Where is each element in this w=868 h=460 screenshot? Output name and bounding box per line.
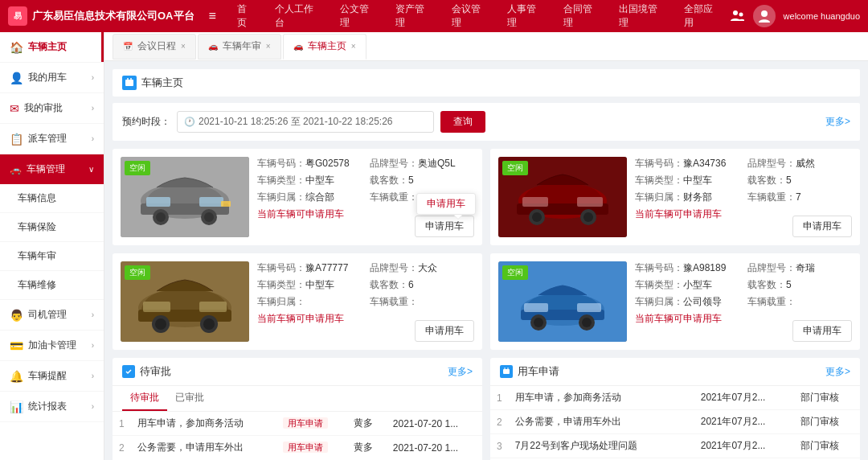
nav-asset[interactable]: 资产管理 (387, 0, 440, 32)
user-avatar[interactable] (753, 5, 776, 27)
apply-button-2[interactable]: 申请用车 (792, 216, 852, 237)
sidebar-label-fuelcard: 加油卡管理 (28, 339, 76, 352)
nav-meeting[interactable]: 会议管理 (444, 0, 497, 32)
tab-close-meeting[interactable]: × (181, 42, 186, 51)
search-value: 2021-10-21 18:25:26 至 2021-10-22 18:25:2… (199, 115, 393, 129)
apply-button-1[interactable]: 申请用车 (415, 216, 474, 237)
people-icon[interactable] (729, 8, 745, 24)
svg-rect-32 (143, 302, 170, 312)
stats-chevron: › (92, 402, 94, 411)
car-plate-3: 车辆号码：豫A77777 (257, 261, 362, 275)
svg-point-0 (733, 10, 738, 15)
row-date: 2021-07-20 1... (387, 412, 482, 436)
fuelcard-chevron: › (92, 341, 94, 350)
apply-table: 1 用车申请，参加商务活动 2021年07月2... 部门审核 2 公务需要，申… (490, 386, 860, 460)
row-title: 公务需要，申请用车外出 (131, 436, 276, 460)
apply-button-3[interactable]: 申请用车 (415, 320, 474, 342)
hamburger-menu[interactable]: ≡ (209, 9, 216, 23)
reminder-chevron: › (92, 372, 94, 380)
sidebar-item-vehicle-annual[interactable]: 车辆年审 (0, 242, 104, 271)
apply-tooltip: 申请用车 (416, 193, 476, 215)
nav-contract[interactable]: 合同管理 (555, 0, 608, 32)
app-logo: 易 广东易臣信息技术有限公司OA平台 (8, 6, 194, 26)
svg-rect-33 (199, 302, 227, 312)
sidebar-item-stats[interactable]: 📊 统计报表 › (0, 392, 104, 422)
tab-pending[interactable]: 待审批 (122, 386, 167, 411)
sidebar-item-fuelcard[interactable]: 💳 加油卡管理 › (0, 331, 104, 361)
row-date: 2021年07月2... (694, 386, 794, 410)
row-no: 1 (113, 412, 131, 436)
logo-icon: 易 (8, 6, 27, 26)
row-title: 用车申请，参加商务活动 (509, 386, 694, 410)
sidebar-label-driver: 司机管理 (28, 308, 67, 322)
apply-more[interactable]: 更多> (825, 365, 850, 379)
dispatch-chevron: › (92, 134, 94, 143)
nav-all-apps[interactable]: 全部应用 (676, 0, 729, 32)
sidebar-label-vehicle-home: 车辆主页 (28, 40, 67, 54)
sidebar-item-myapprove[interactable]: ✉ 我的审批 › (0, 93, 104, 124)
top-nav-right: welcome huangduo (729, 5, 860, 27)
pending-more[interactable]: 更多> (448, 365, 473, 379)
sidebar-item-dispatch[interactable]: 📋 派车管理 › (0, 124, 104, 154)
sidebar-item-vehicle-insurance[interactable]: 车辆保险 (0, 213, 104, 242)
sidebar-item-mycar[interactable]: 👤 我的用车 › (0, 63, 104, 93)
fuelcard-icon: 💳 (10, 339, 23, 352)
page-header-icon (122, 76, 137, 90)
sidebar-item-vehicle-home[interactable]: 🏠 车辆主页 (0, 32, 104, 63)
car-dept-4: 车辆归属：公司领导 (635, 295, 739, 309)
tab-icon-annual: 🚗 (208, 42, 218, 51)
tab-meeting-schedule[interactable]: 📅 会议日程 × (113, 34, 196, 60)
row-type: 用车申请 (276, 436, 347, 460)
tab-icon-meeting: 📅 (123, 42, 133, 51)
car-capacity-2: 载客数：5 (747, 174, 852, 187)
car-card-4: 空闲 车辆号码：豫A98189 车辆类型：小型车 车辆归属：公司领导 当前车辆可… (490, 253, 860, 350)
sidebar-item-vehicle-repair[interactable]: 车辆维修 (0, 271, 104, 300)
car-capacity-4: 载客数：5 (747, 278, 852, 292)
car-weight-4: 车辆载重： (747, 295, 852, 309)
nav-abroad[interactable]: 出国境管理 (611, 0, 673, 32)
nav-hr[interactable]: 人事管理 (499, 0, 552, 32)
app-title: 广东易臣信息技术有限公司OA平台 (32, 9, 194, 23)
tab-close-annual[interactable]: × (266, 42, 271, 51)
tab-vehicle-home[interactable]: 🚗 车辆主页 × (283, 34, 366, 60)
row-date: 2021年07月2... (694, 410, 794, 434)
sidebar-item-driver[interactable]: 👨 司机管理 › (0, 300, 104, 331)
car-capacity-3: 载客数：6 (370, 278, 474, 292)
pending-title: 待审批 (140, 364, 171, 379)
tab-approved[interactable]: 已审批 (167, 386, 212, 411)
nav-workspace[interactable]: 个人工作台 (267, 0, 329, 32)
car-plate-2: 车辆号码：豫A34736 (635, 157, 739, 170)
sidebar-label-stats: 统计报表 (28, 400, 67, 413)
svg-point-1 (739, 13, 743, 17)
search-button[interactable]: 查询 (440, 111, 485, 133)
mycar-chevron: › (92, 73, 94, 82)
table-row: 2 公务需要，申请用车外出 2021年07月2... 部门审核 (490, 410, 860, 434)
vehicle-manage-icon: 🚗 (10, 164, 22, 175)
svg-point-12 (204, 212, 214, 222)
sidebar-label-vehicle-annual: 车辆年审 (18, 249, 56, 263)
row-no: 1 (490, 386, 509, 410)
car-brand-4: 品牌型号：奇瑞 (747, 261, 852, 275)
sidebar-label-dispatch: 派车管理 (28, 132, 67, 146)
row-no: 2 (113, 436, 131, 460)
tab-icon-home: 🚗 (293, 42, 303, 51)
apply-button-4[interactable]: 申请用车 (792, 320, 852, 342)
tab-close-home[interactable]: × (351, 42, 356, 51)
tooltip-arrow-inner (454, 215, 462, 219)
nav-document[interactable]: 公文管理 (332, 0, 385, 32)
pending-tabs: 待审批 已审批 (113, 386, 482, 412)
apply-panel-header: 用车申请 更多> (490, 358, 860, 386)
nav-home[interactable]: 首页 (229, 0, 264, 32)
main-container: 🏠 车辆主页 👤 我的用车 › ✉ 我的审批 › 📋 派车管理 › 🚗 车辆管理… (0, 32, 868, 460)
car-card-3: 空闲 车辆号码：豫A77777 车辆类型：中型车 车辆归属： 当前车辆可申请用车 (113, 253, 482, 350)
tab-vehicle-annual[interactable]: 🚗 车辆年审 × (198, 34, 281, 60)
more-link[interactable]: 更多> (825, 115, 850, 129)
sidebar-item-vehicle-info[interactable]: 车辆信息 (0, 184, 104, 213)
driver-icon: 👨 (10, 309, 23, 322)
car-status-badge-3: 空闲 (125, 265, 150, 280)
car-type-3: 车辆类型：中型车 (257, 278, 362, 292)
car-plate-1: 车辆号码：粤G02578 (257, 157, 362, 170)
sidebar-item-reminder[interactable]: 🔔 车辆提醒 › (0, 361, 104, 392)
sidebar-item-vehicle-manage[interactable]: 🚗 车辆管理 ∨ (0, 154, 104, 184)
svg-rect-3 (125, 80, 133, 86)
